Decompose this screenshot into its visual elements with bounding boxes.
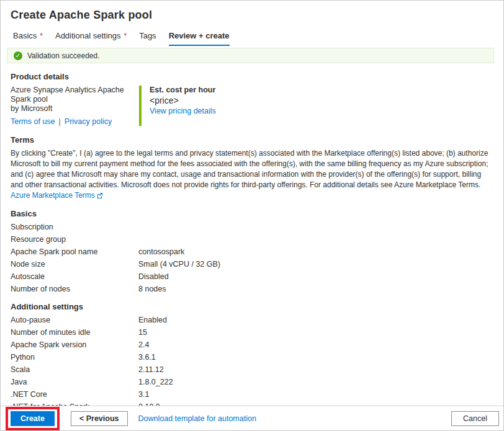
- annotation-red-box: Create: [6, 407, 60, 430]
- product-links: Terms of use|Privacy policy: [11, 117, 139, 126]
- previous-button[interactable]: < Previous: [71, 411, 128, 426]
- row-value: 1.8.0_222: [138, 378, 494, 386]
- product-details-heading: Product details: [11, 72, 494, 81]
- row-label: Subscription: [11, 223, 138, 231]
- marketplace-terms-link[interactable]: Azure Marketplace Terms: [11, 191, 103, 200]
- validation-banner: ✓ Validation succeeded.: [7, 48, 494, 63]
- table-row: Scala2.11.12: [11, 363, 494, 376]
- price-value: <price>: [150, 96, 216, 105]
- terms-text: By clicking "Create", I (a) agree to the…: [11, 149, 488, 189]
- row-value: Small (4 vCPU / 32 GB): [138, 260, 494, 269]
- product-info: Azure Synapse Analytics Apache Spark poo…: [11, 86, 139, 126]
- table-row: Apache Spark version2.4: [11, 339, 494, 351]
- row-label: Apache Spark pool name: [11, 247, 138, 256]
- row-value: contosospark: [138, 247, 494, 256]
- row-label: Number of nodes: [11, 285, 138, 293]
- required-asterisk: *: [124, 32, 127, 40]
- row-value: 3.6.1: [138, 353, 494, 362]
- product-publisher: by Microsoft: [11, 104, 139, 113]
- review-content: Product details Azure Synapse Analytics …: [1, 72, 503, 425]
- validation-message: Validation succeeded.: [27, 51, 100, 60]
- table-row: Python3.6.1: [11, 351, 494, 363]
- row-label: Number of minutes idle: [11, 328, 138, 337]
- row-label: Java: [11, 378, 138, 386]
- table-row: Resource group: [11, 233, 494, 246]
- row-value: 15: [138, 328, 494, 337]
- tab-tags-label: Tags: [139, 31, 156, 40]
- est-cost-label: Est. cost per hour: [150, 86, 216, 95]
- table-row: .NET Core3.1: [11, 388, 494, 401]
- view-pricing-link[interactable]: View pricing details: [150, 107, 216, 116]
- table-row: Apache Spark pool namecontosospark: [11, 246, 494, 258]
- row-value: 2.11.12: [138, 365, 494, 374]
- tab-bar: Basics* Additional settings* Tags Review…: [1, 29, 503, 46]
- tab-review-create[interactable]: Review + create: [169, 29, 230, 46]
- row-value: 3.1: [138, 390, 494, 399]
- create-apache-spark-pool-page: Create Apache Spark pool Basics* Additio…: [0, 0, 504, 431]
- row-label: Node size: [11, 260, 138, 269]
- cost-accent-bar: [139, 86, 142, 126]
- row-value: 2.4: [138, 340, 494, 349]
- product-details-block: Azure Synapse Analytics Apache Spark poo…: [11, 86, 494, 126]
- row-value: Enabled: [138, 316, 494, 324]
- privacy-policy-link[interactable]: Privacy policy: [65, 117, 112, 126]
- row-label: Scala: [11, 365, 138, 374]
- table-row: Subscription: [11, 221, 494, 233]
- cancel-button[interactable]: Cancel: [451, 411, 499, 426]
- table-row: Java1.8.0_222: [11, 376, 494, 388]
- additional-settings-heading: Additional settings: [11, 302, 494, 311]
- tab-additional-settings[interactable]: Additional settings*: [55, 29, 127, 46]
- cost-info: Est. cost per hour <price> View pricing …: [150, 86, 216, 126]
- table-row: AutoscaleDisabled: [11, 270, 494, 283]
- basics-heading: Basics: [11, 209, 494, 218]
- table-row: Number of nodes8 nodes: [11, 283, 494, 295]
- footer-action-bar: Create < Previous Download template for …: [1, 406, 503, 430]
- basics-rows: Subscription Resource group Apache Spark…: [11, 221, 494, 295]
- external-link-icon: [97, 192, 103, 198]
- tab-additional-settings-label: Additional settings: [55, 31, 121, 40]
- tab-tags[interactable]: Tags: [139, 29, 156, 46]
- create-button[interactable]: Create: [11, 411, 55, 426]
- marketplace-terms-link-label: Azure Marketplace Terms: [11, 191, 95, 200]
- tab-review-create-label: Review + create: [169, 31, 230, 40]
- required-asterisk: *: [40, 32, 43, 40]
- page-title: Create Apache Spark pool: [1, 1, 503, 22]
- product-name: Azure Synapse Analytics Apache Spark poo…: [11, 86, 139, 104]
- row-label: Auto-pause: [11, 316, 138, 324]
- row-value: Disabled: [138, 272, 494, 281]
- tab-basics[interactable]: Basics*: [13, 29, 43, 46]
- row-label: Autoscale: [11, 272, 138, 281]
- row-label: .NET Core: [11, 390, 138, 399]
- download-template-link[interactable]: Download template for automation: [138, 414, 256, 423]
- row-value: 8 nodes: [138, 285, 494, 293]
- link-separator: |: [59, 117, 61, 126]
- table-row: Auto-pauseEnabled: [11, 314, 494, 326]
- row-label: Python: [11, 353, 138, 362]
- check-circle-icon: ✓: [14, 51, 22, 60]
- tab-basics-label: Basics: [13, 31, 37, 40]
- terms-of-use-link[interactable]: Terms of use: [11, 117, 55, 126]
- row-label: Resource group: [11, 235, 138, 244]
- table-row: Node sizeSmall (4 vCPU / 32 GB): [11, 258, 494, 270]
- terms-body: By clicking "Create", I (a) agree to the…: [11, 148, 495, 201]
- row-label: Apache Spark version: [11, 340, 138, 349]
- table-row: Number of minutes idle15: [11, 326, 494, 339]
- terms-heading: Terms: [11, 135, 494, 144]
